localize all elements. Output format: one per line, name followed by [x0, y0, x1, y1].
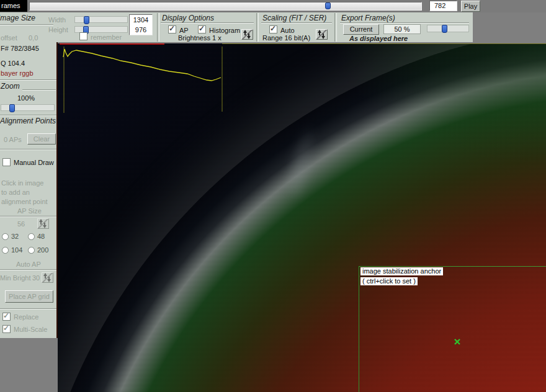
export-percent-box[interactable]: 50 % — [383, 24, 421, 34]
ap-size-value: 56 — [17, 220, 25, 228]
histogram-checkbox[interactable]: ✓ — [198, 25, 206, 33]
ap-size-radio-32[interactable] — [2, 233, 9, 240]
multiscale-checkbox[interactable]: ✓ — [2, 325, 11, 333]
panel-separator — [334, 13, 337, 42]
min-bright-value: 30 — [32, 274, 40, 282]
ap-hint-line3: alignment point — [1, 198, 48, 205]
multiscale-label: Multi-Scale — [14, 326, 47, 333]
anchor-label-line1: image stabilization anchor — [360, 267, 443, 275]
anchor-region-top-border — [359, 266, 546, 267]
offset-label: offset — [1, 34, 17, 42]
zoom-underline — [22, 89, 56, 91]
auto-checkbox[interactable]: ✓ — [269, 25, 277, 33]
export-scale-slider[interactable] — [427, 25, 469, 32]
ap-size-radio-48[interactable] — [28, 233, 35, 240]
manual-draw-label: Manual Draw — [14, 159, 54, 166]
size-values-box[interactable]: 1304 976 — [129, 14, 153, 35]
current-button[interactable]: Current — [343, 24, 379, 35]
brightness-spinner-icon[interactable] — [241, 29, 253, 40]
frame-slider[interactable] — [29, 2, 422, 11]
scaling-title: Scaling (FIT / SER) — [262, 14, 326, 22]
histogram-label: Histogram — [209, 27, 240, 34]
alignment-points-title: Alignment Points — [0, 117, 56, 125]
play-button[interactable]: Play — [461, 1, 480, 12]
scaling-underline — [261, 22, 332, 24]
anchor-region-left-border — [359, 266, 359, 392]
frame-bar: rames 782 Play — [0, 0, 546, 12]
height-label: Height — [48, 26, 68, 33]
zoom-title: Zoom — [1, 82, 20, 91]
replace-label: Replace — [14, 313, 38, 321]
ap-size-radio-104-label: 104 — [11, 246, 22, 254]
sidebar-divider — [0, 269, 56, 270]
sidebar: F# 782/3845 Q 104.4 bayer rggb Zoom 100%… — [0, 42, 58, 338]
top-edge-line — [222, 43, 546, 44]
manual-draw-checkbox[interactable] — [2, 158, 11, 166]
min-bright-label: Min Bright — [0, 274, 31, 282]
sidebar-divider — [0, 115, 56, 116]
frame-slider-thumb[interactable] — [325, 2, 331, 9]
sidebar-divider — [0, 79, 56, 81]
image-size-title: Image Size — [0, 14, 35, 22]
anchor-x-marker[interactable] — [454, 338, 461, 345]
remember-label: remember — [91, 33, 122, 41]
auto-label: Auto — [280, 27, 295, 34]
height-value: 976 — [130, 25, 152, 35]
width-slider[interactable] — [74, 16, 128, 23]
export-frames-title: Export Frame(s) — [341, 14, 395, 22]
panel-separator — [157, 13, 159, 42]
bayer-readout: bayer rggb — [1, 69, 34, 77]
ap-checkbox[interactable]: ✓ — [168, 25, 176, 33]
histogram-curve — [63, 49, 221, 81]
ap-size-radio-104[interactable] — [2, 247, 9, 254]
ap-size-radio-32-label: 32 — [11, 233, 19, 240]
place-ap-grid-button[interactable]: Place AP grid — [5, 290, 53, 303]
histogram-overlay — [58, 45, 226, 114]
display-options-underline — [161, 22, 254, 24]
width-value: 1304 — [130, 15, 152, 25]
min-bright-spinner-icon[interactable] — [42, 272, 53, 283]
image-viewer[interactable]: image stabilization anchor ( ctrl+click … — [58, 43, 546, 392]
display-options-title: Display Options — [162, 14, 214, 22]
app-window: { "topbar": { "frames_label": "rames", "… — [0, 0, 546, 392]
export-note: As displayed here — [349, 35, 408, 42]
toolbar: Image Size Width Height 1304 976 offset … — [0, 12, 473, 42]
ap-count: 0 APs — [4, 136, 22, 143]
ap-size-radio-200-label: 200 — [37, 246, 48, 254]
export-scale-thumb[interactable] — [442, 25, 447, 33]
ap-size-radio-200[interactable] — [28, 247, 35, 254]
ap-hint-line1: Click in image — [1, 179, 43, 187]
export-underline — [340, 22, 469, 24]
auto-ap-label: Auto AP — [16, 261, 41, 268]
ap-hint-line2: to add an — [1, 189, 30, 196]
brightness-label: Brightness 1 x — [178, 34, 222, 42]
clear-aps-button[interactable]: Clear — [27, 133, 56, 145]
panel-separator — [256, 13, 259, 42]
remember-checkbox[interactable] — [79, 32, 87, 40]
ap-size-label: AP Size — [17, 207, 42, 215]
width-slider-thumb[interactable] — [84, 16, 89, 24]
image-size-underline — [0, 24, 53, 25]
sidebar-divider — [0, 308, 56, 310]
ap-size-radio-48-label: 48 — [37, 233, 45, 240]
offset-value: 0,0 — [29, 34, 38, 42]
frame-info: F# 782/3845 — [1, 45, 39, 52]
ap-size-spinner-icon[interactable] — [37, 218, 49, 229]
sidebar-divider — [0, 216, 56, 217]
range-spinner-icon[interactable] — [316, 29, 328, 40]
frames-label: rames — [0, 0, 27, 12]
zoom-slider-thumb[interactable] — [9, 104, 15, 112]
zoom-slider[interactable] — [1, 104, 55, 111]
frame-number-input[interactable]: 782 — [429, 1, 457, 11]
sidebar-divider — [0, 149, 56, 150]
quality-readout: Q 104.4 — [1, 60, 25, 67]
zoom-value: 100% — [17, 94, 35, 102]
range-label: Range 16 bit(A) — [262, 34, 310, 42]
ap-label: AP — [179, 27, 189, 34]
anchor-label-line2: ( ctrl+click to set ) — [360, 277, 418, 285]
width-label: Width — [48, 16, 66, 24]
replace-checkbox[interactable]: ✓ — [2, 313, 11, 321]
